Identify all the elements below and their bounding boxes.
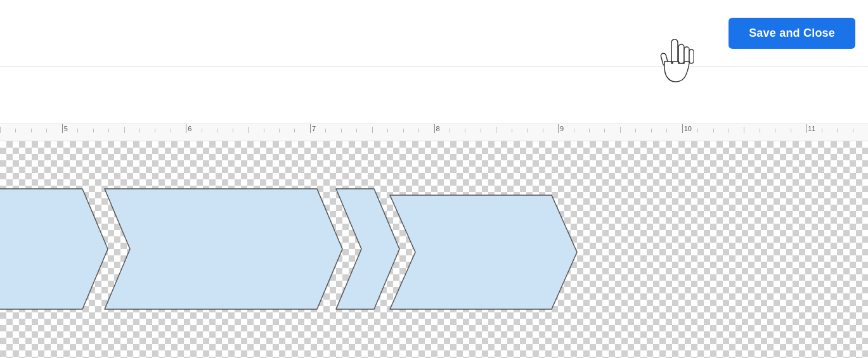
ruler-inner: 567891011 — [0, 124, 868, 141]
arrow-shape-3[interactable] — [336, 189, 399, 309]
toolbar: Save and Close — [0, 0, 868, 67]
arrow-shape-2[interactable] — [105, 189, 342, 309]
save-close-button[interactable]: Save and Close — [729, 18, 855, 49]
ruler: 567891011 — [0, 124, 868, 141]
arrow-shape-4[interactable] — [390, 195, 577, 309]
shapes-svg — [0, 186, 602, 319]
canvas-area[interactable] — [0, 141, 868, 358]
arrow-shape-1[interactable] — [0, 189, 108, 309]
